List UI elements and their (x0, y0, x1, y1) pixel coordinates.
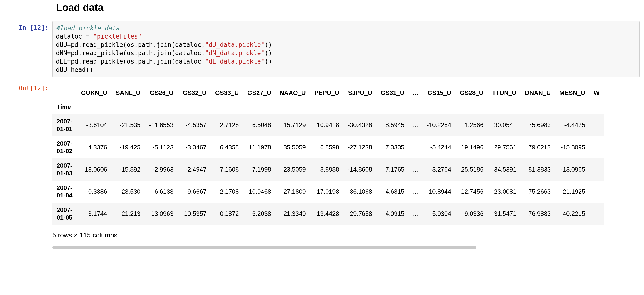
dataframe-cell: -29.7658 (344, 203, 376, 225)
dataframe-cell: 2.1708 (211, 180, 243, 203)
dataframe-cell (590, 158, 604, 180)
dataframe-cell: -3.6104 (77, 114, 112, 136)
dataframe-cell: 4.6815 (376, 180, 409, 203)
dataframe-cell: ... (409, 203, 422, 225)
dataframe-cell: -10.2284 (422, 114, 456, 136)
dataframe-column-header: GUKN_U (77, 86, 112, 100)
dataframe-column-header: PEPU_U (310, 86, 344, 100)
dataframe-index-name: Time (52, 100, 77, 114)
dataframe-cell: -3.2764 (422, 158, 456, 180)
dataframe-cell: -40.2215 (555, 203, 589, 225)
dataframe-cell: 4.3376 (77, 136, 112, 158)
markdown-cell: Load data (0, 2, 644, 13)
dataframe-cell: 75.2663 (521, 180, 555, 203)
dataframe-cell: 79.6213 (521, 136, 555, 158)
section-heading: Load data (56, 2, 644, 13)
dataframe-cell (590, 114, 604, 136)
dataframe-index-name-row: Time (52, 100, 604, 114)
dataframe-cell: -36.1068 (344, 180, 376, 203)
table-row: 2007-01-01-3.6104-21.535-11.6553-4.53572… (52, 114, 604, 136)
dataframe-cell: 35.5059 (275, 136, 310, 158)
dataframe-cell: 6.2038 (243, 203, 275, 225)
dataframe-cell: -15.8095 (555, 136, 589, 158)
dataframe-column-header: ... (409, 86, 422, 100)
table-row: 2007-01-05-3.1744-21.213-13.0963-10.5357… (52, 203, 604, 225)
dataframe-corner (52, 86, 77, 100)
dataframe-cell: 10.9468 (243, 180, 275, 203)
dataframe-cell: 7.3335 (376, 136, 409, 158)
dataframe-cell: 27.1809 (275, 180, 310, 203)
dataframe-cell: -21.213 (112, 203, 145, 225)
dataframe-cell: ... (409, 180, 422, 203)
dataframe-column-header: SANL_U (112, 86, 145, 100)
dataframe-cell: ... (409, 158, 422, 180)
dataframe-cell: ... (409, 136, 422, 158)
dataframe-column-header: GS31_U (376, 86, 409, 100)
dataframe-cell: 6.5048 (243, 114, 275, 136)
dataframe-cell: 6.4358 (211, 136, 243, 158)
dataframe-column-header: W (590, 86, 604, 100)
dataframe-cell: ... (409, 114, 422, 136)
table-row: 2007-01-040.3386-23.530-6.6133-9.66672.1… (52, 180, 604, 203)
dataframe-cell: 75.6983 (521, 114, 555, 136)
dataframe-cell: 11.1978 (243, 136, 275, 158)
dataframe-cell: -10.8944 (422, 180, 456, 203)
dataframe-cell: 17.0198 (310, 180, 344, 203)
code-block[interactable]: #load pickle data dataloc = "pickleFiles… (52, 21, 640, 77)
dataframe-column-header: NAAO_U (275, 86, 310, 100)
dataframe-cell: -21.535 (112, 114, 145, 136)
input-prompt: In [12]: (0, 21, 52, 32)
dataframe-cell: - (590, 180, 604, 203)
dataframe-cell (590, 136, 604, 158)
dataframe-cell: 13.4428 (310, 203, 344, 225)
dataframe-cell: 10.9418 (310, 114, 344, 136)
dataframe-cell: -2.9963 (145, 158, 178, 180)
dataframe-table: GUKN_USANL_UGS26_UGS32_UGS33_UGS27_UNAAO… (52, 86, 604, 225)
dataframe-cell: 6.8598 (310, 136, 344, 158)
dataframe-row-index: 2007-01-04 (52, 180, 77, 203)
dataframe-column-header: MESN_U (555, 86, 589, 100)
dataframe-cell: -23.530 (112, 180, 145, 203)
dataframe-cell: -11.6553 (145, 114, 178, 136)
dataframe-cell (590, 203, 604, 225)
dataframe-row-index: 2007-01-05 (52, 203, 77, 225)
dataframe-cell: 19.1496 (456, 136, 488, 158)
dataframe-cell: 81.3833 (521, 158, 555, 180)
horizontal-scrollbar-thumb[interactable] (52, 246, 476, 249)
dataframe-cell: -0.1872 (211, 203, 243, 225)
dataframe-cell: 15.7129 (275, 114, 310, 136)
dataframe-cell: 25.5186 (456, 158, 488, 180)
dataframe-cell: 29.7561 (488, 136, 521, 158)
dataframe-column-header: GS27_U (243, 86, 275, 100)
dataframe-column-header: DNAN_U (521, 86, 555, 100)
dataframe-cell: 23.0081 (488, 180, 521, 203)
dataframe-body: 2007-01-01-3.6104-21.535-11.6553-4.53572… (52, 114, 604, 225)
dataframe-column-header: SJPU_U (344, 86, 376, 100)
dataframe-cell: 7.1608 (211, 158, 243, 180)
dataframe-cell: -3.1744 (77, 203, 112, 225)
dataframe-column-header: GS33_U (211, 86, 243, 100)
horizontal-scrollbar[interactable] (52, 246, 638, 249)
dataframe-column-header: GS26_U (145, 86, 178, 100)
dataframe-cell: -5.1123 (145, 136, 178, 158)
dataframe-cell: 0.3386 (77, 180, 112, 203)
dataframe-cell: 31.5471 (488, 203, 521, 225)
dataframe-column-header: TTUN_U (488, 86, 521, 100)
output-content: GUKN_USANL_UGS26_UGS32_UGS33_UGS27_UNAAO… (52, 82, 644, 249)
dataframe-cell: -13.0965 (555, 158, 589, 180)
dataframe-column-header: GS15_U (422, 86, 456, 100)
table-row: 2007-01-024.3376-19.425-5.1123-3.34676.4… (52, 136, 604, 158)
dataframe-column-header: GS32_U (178, 86, 211, 100)
dataframe-scroll[interactable]: GUKN_USANL_UGS26_UGS32_UGS33_UGS27_UNAAO… (52, 82, 642, 249)
dataframe-header-row: GUKN_USANL_UGS26_UGS32_UGS33_UGS27_UNAAO… (52, 86, 604, 100)
dataframe-cell: -3.3467 (178, 136, 211, 158)
dataframe-cell: -15.892 (112, 158, 145, 180)
code-input-area[interactable]: #load pickle data dataloc = "pickleFiles… (52, 21, 644, 77)
dataframe-cell: -27.1238 (344, 136, 376, 158)
notebook-container: Load data In [12]: #load pickle data dat… (0, 0, 644, 295)
dataframe-cell: 7.1765 (376, 158, 409, 180)
dataframe-cell: -30.4328 (344, 114, 376, 136)
dataframe-cell: -5.9304 (422, 203, 456, 225)
dataframe-cell: 8.8988 (310, 158, 344, 180)
dataframe-cell: 7.1998 (243, 158, 275, 180)
